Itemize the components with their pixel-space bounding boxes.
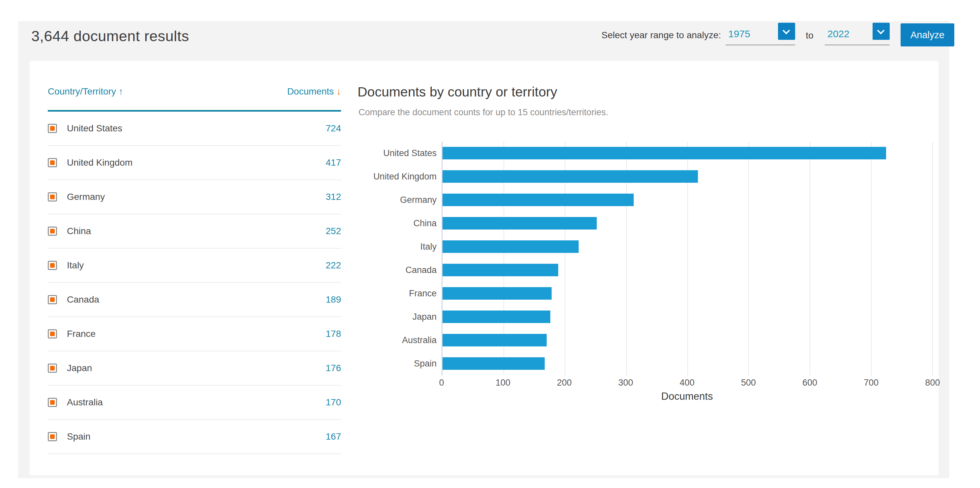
- country-checkbox[interactable]: [48, 227, 57, 236]
- year-from-select[interactable]: 1975: [725, 22, 795, 46]
- column-header-documents-label: Documents: [287, 86, 334, 97]
- bar-row: [442, 142, 932, 165]
- column-header-documents[interactable]: Documents↓: [287, 86, 341, 97]
- bar-row: [442, 282, 932, 305]
- bar-category-label: Italy: [334, 235, 437, 258]
- chevron-down-icon: [783, 27, 790, 35]
- bar[interactable]: [442, 217, 597, 230]
- country-checkbox[interactable]: [48, 295, 57, 304]
- x-tick-label: 500: [741, 378, 756, 388]
- bar[interactable]: [442, 287, 552, 299]
- x-tick-label: 300: [618, 378, 633, 388]
- table-row: Australia170: [48, 386, 341, 420]
- country-checkbox[interactable]: [48, 261, 57, 270]
- table-row: China252: [48, 214, 341, 249]
- checkbox-checked-icon: [50, 160, 55, 165]
- chart-x-axis-ticks: 0100200300400500600700800: [442, 378, 932, 389]
- bar-row: [442, 165, 932, 189]
- country-checkbox[interactable]: [48, 192, 57, 201]
- table-row: Germany312: [48, 180, 341, 214]
- bar[interactable]: [442, 240, 579, 253]
- bar-category-label: Spain: [334, 352, 437, 376]
- chart-subtitle: Compare the document counts for up to 15…: [358, 107, 608, 117]
- table-row: Japan176: [48, 351, 341, 386]
- checkbox-checked-icon: [50, 263, 55, 268]
- results-count-heading: 3,644 document results: [31, 28, 189, 45]
- x-tick-label: 600: [802, 378, 817, 388]
- chart-plot-area: [442, 142, 932, 376]
- bar-category-label: Japan: [334, 305, 437, 329]
- document-count-link[interactable]: 170: [326, 397, 341, 408]
- year-range-label: Select year range to analyze:: [527, 30, 721, 41]
- x-tick-label: 800: [925, 378, 940, 388]
- bar-row: [442, 189, 932, 212]
- x-tick-label: 700: [864, 378, 878, 388]
- table-row: Italy222: [48, 249, 341, 283]
- x-tick-label: 400: [679, 378, 694, 388]
- document-count-link[interactable]: 724: [326, 123, 341, 134]
- analyze-button[interactable]: Analyze: [900, 24, 954, 46]
- document-count-link[interactable]: 167: [326, 431, 341, 442]
- country-checkbox[interactable]: [48, 124, 57, 133]
- table-row: France178: [48, 317, 341, 351]
- table-row: Spain167: [48, 420, 341, 454]
- table-header-row: Country/Territory↑ Documents↓: [48, 86, 341, 97]
- checkbox-checked-icon: [50, 126, 55, 131]
- bar-row: [442, 305, 932, 329]
- analyze-results-page: 3,644 document results Select year range…: [0, 0, 980, 488]
- year-from-dropdown-button[interactable]: [778, 23, 795, 40]
- x-tick-label: 100: [496, 378, 511, 388]
- bar[interactable]: [442, 147, 886, 159]
- country-name: Germany: [67, 192, 105, 202]
- year-from-value: 1975: [728, 29, 750, 40]
- country-name: Italy: [67, 260, 84, 271]
- table-row: Canada189: [48, 283, 341, 317]
- checkbox-checked-icon: [50, 195, 55, 199]
- x-tick-label: 0: [439, 378, 444, 388]
- checkbox-checked-icon: [50, 229, 55, 233]
- year-from-underline: [725, 44, 795, 46]
- year-to-dropdown-button[interactable]: [873, 23, 890, 40]
- table-row: United States724: [48, 112, 341, 146]
- chevron-down-icon: [877, 27, 885, 35]
- bar-row: [442, 235, 932, 258]
- bar[interactable]: [442, 334, 547, 346]
- country-checkbox[interactable]: [48, 364, 57, 373]
- country-name: United Kingdom: [67, 157, 132, 168]
- bar[interactable]: [442, 170, 698, 183]
- country-name: United States: [67, 123, 122, 134]
- bar[interactable]: [442, 193, 634, 206]
- table-row: United Kingdom417: [48, 146, 341, 180]
- checkbox-checked-icon: [50, 331, 55, 336]
- year-to-value: 2022: [827, 29, 850, 40]
- year-to-underline: [825, 44, 890, 46]
- chart-title: Documents by country or territory: [358, 84, 557, 100]
- bar-category-label: Canada: [334, 258, 437, 282]
- checkbox-checked-icon: [50, 297, 55, 302]
- sort-asc-icon: ↑: [116, 86, 123, 97]
- column-header-country[interactable]: Country/Territory↑: [48, 86, 123, 97]
- country-name: China: [67, 226, 91, 236]
- bar[interactable]: [442, 264, 558, 276]
- checkbox-checked-icon: [50, 366, 55, 371]
- bar-row: [442, 352, 932, 376]
- country-checkbox[interactable]: [48, 398, 57, 407]
- bar-category-label: Germany: [334, 189, 437, 212]
- table-rows: United States724United Kingdom417Germany…: [48, 112, 341, 454]
- checkbox-checked-icon: [50, 400, 55, 405]
- chart-x-axis-title: Documents: [442, 391, 932, 402]
- bar-row: [442, 329, 932, 352]
- country-name: Spain: [67, 431, 91, 442]
- year-to-select[interactable]: 2022: [825, 22, 890, 46]
- country-checkbox[interactable]: [48, 158, 57, 167]
- country-name: Australia: [67, 397, 103, 408]
- bar[interactable]: [442, 357, 545, 370]
- country-checkbox[interactable]: [48, 432, 57, 441]
- year-range-to-word: to: [800, 30, 819, 41]
- country-checkbox[interactable]: [48, 329, 57, 339]
- country-name: Canada: [67, 295, 99, 305]
- chart-category-labels: United StatesUnited KingdomGermanyChinaI…: [334, 142, 437, 376]
- bar-category-label: Australia: [334, 329, 437, 352]
- bar[interactable]: [442, 311, 550, 323]
- bar-row: [442, 212, 932, 235]
